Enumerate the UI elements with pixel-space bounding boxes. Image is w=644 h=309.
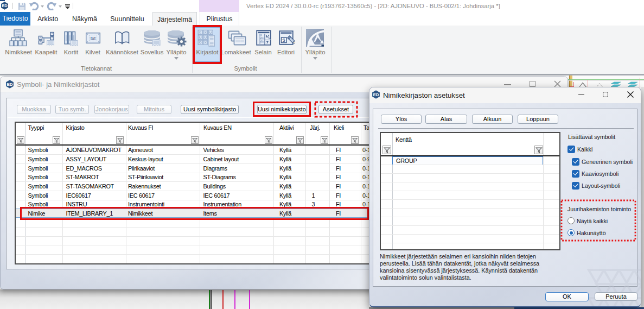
svg-text:ED: ED (7, 82, 12, 87)
svg-text:ED: ED (2, 3, 8, 8)
svg-text:S: S (282, 37, 285, 43)
svg-text:ED: ED (373, 92, 379, 97)
svg-text:txt: txt (91, 35, 96, 41)
